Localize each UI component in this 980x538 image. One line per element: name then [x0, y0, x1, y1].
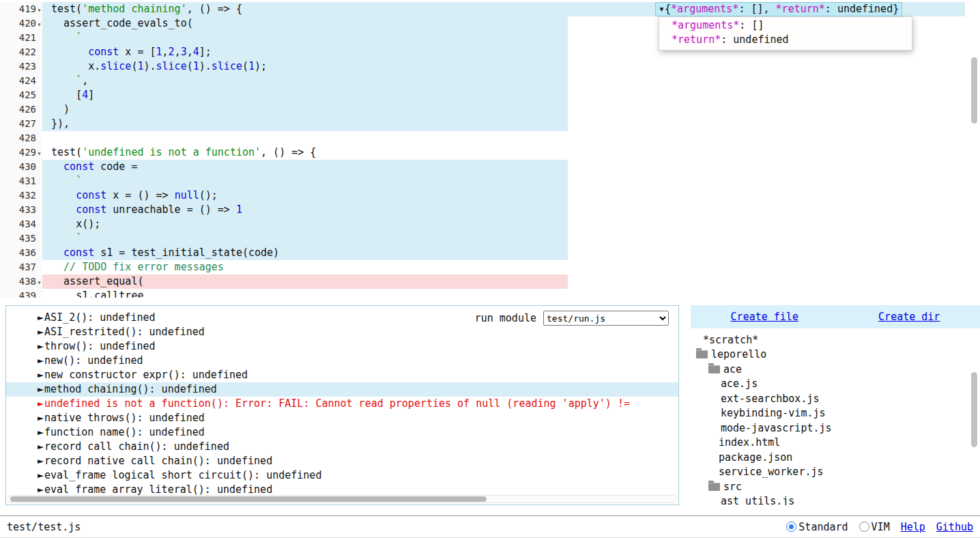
create-dir-button[interactable]: Create dir	[878, 311, 940, 323]
results-horizontal-scrollbar[interactable]	[8, 495, 677, 503]
code-line-content[interactable]: x.slice(1).slice(1).slice(1);	[42, 59, 568, 74]
line-number: 426	[0, 102, 42, 117]
result-row[interactable]: ►native throws(): undefined	[6, 411, 678, 425]
expand-icon[interactable]: ►	[38, 354, 44, 367]
expand-icon[interactable]: ►	[38, 455, 44, 467]
code-line: 434 x();	[0, 217, 980, 231]
expand-icon[interactable]: ►	[38, 483, 44, 496]
code-line-content[interactable]: s1.calltree	[42, 289, 143, 298]
code-line: 429▾test('undefined is not a function', …	[0, 145, 980, 160]
expand-icon[interactable]: ►	[38, 383, 44, 395]
files-scrollbar-thumb[interactable]	[971, 372, 977, 447]
code-line-content[interactable]: `	[42, 31, 568, 45]
result-row[interactable]: ►eval_frame logical short circuit(): und…	[6, 468, 678, 483]
code-token: ).	[143, 60, 156, 72]
code-token: s1 = test_initial_state(code)	[94, 246, 279, 259]
expand-icon[interactable]: ►	[38, 412, 44, 424]
tree-item-service-worker-js[interactable]: service_worker.js	[691, 465, 980, 480]
result-row[interactable]: ►record native call chain(): undefined	[6, 454, 678, 468]
status-bar: test/test.js Standard VIM Help Github	[0, 515, 980, 538]
tree-item-scratch[interactable]: *scratch*	[691, 332, 980, 348]
line-number: 434	[0, 217, 42, 231]
github-link[interactable]: Github	[936, 521, 973, 533]
editor-scrollbar-thumb[interactable]	[971, 57, 977, 124]
code-token: )	[63, 103, 70, 115]
help-link[interactable]: Help	[901, 521, 925, 533]
result-row[interactable]: ►throw(): undefined	[6, 339, 678, 354]
fold-icon[interactable]: ▾	[36, 3, 42, 17]
code-line-content[interactable]: assert_equal(	[42, 274, 568, 289]
tree-item-src[interactable]: src	[691, 479, 980, 494]
tree-item-ace-js[interactable]: ace.js	[691, 377, 980, 392]
result-row[interactable]: ►record call chain(): undefined	[6, 440, 678, 454]
radio-selected-icon[interactable]	[786, 522, 796, 532]
code-line-content[interactable]: // TODO fix error messages	[42, 260, 224, 274]
tree-item-ast-utils-js[interactable]: ast_utils.js	[691, 494, 980, 506]
code-line-content[interactable]: test('undefined is not a function', () =…	[42, 145, 316, 160]
code-token: 1	[156, 46, 162, 58]
radio-unselected-icon[interactable]	[859, 522, 869, 532]
current-file-path: test/test.js	[7, 521, 81, 533]
code-line-content[interactable]	[42, 131, 51, 145]
result-row[interactable]: ►undefined is not a function(): Error: F…	[6, 397, 678, 411]
code-line-content[interactable]: `,	[42, 74, 568, 88]
code-token: ,	[82, 74, 88, 87]
line-number: 431	[0, 174, 42, 188]
code-line-content[interactable]: [4]	[42, 88, 568, 102]
code-line-content[interactable]: const x = () => null();	[42, 188, 568, 203]
expand-icon[interactable]: ►	[38, 369, 44, 381]
tree-item-package-json[interactable]: package.json	[691, 450, 980, 465]
tree-item-index-html[interactable]: index.html	[691, 436, 980, 451]
expand-icon[interactable]: ►	[38, 340, 44, 352]
expand-icon[interactable]: ►	[38, 426, 44, 438]
tree-item-mode-javascript-js[interactable]: mode-javascript.js	[691, 421, 980, 436]
code-line-content[interactable]: }),	[42, 117, 568, 131]
code-token: 4	[82, 89, 88, 101]
tree-item-label: ast_utils.js	[721, 495, 794, 505]
code-token: 4	[193, 46, 199, 58]
code-line-content[interactable]: )	[42, 102, 568, 117]
code-line-content[interactable]: `	[42, 231, 568, 246]
fold-icon[interactable]: ▾	[36, 275, 42, 289]
tree-item-label: src	[723, 481, 742, 493]
create-file-button[interactable]: Create file	[731, 311, 798, 323]
code-line-content[interactable]: x();	[42, 217, 568, 231]
expand-icon[interactable]: ►	[38, 440, 44, 453]
keybinding-vim-option[interactable]: VIM	[859, 521, 890, 533]
code-token: ,	[175, 46, 181, 58]
result-label: record native call chain(): undefined	[44, 455, 272, 467]
expand-icon[interactable]: ►	[38, 469, 44, 481]
tree-item-ext-searchbox-js[interactable]: ext-searchbox.js	[691, 391, 980, 406]
result-row[interactable]: ►new constructor expr(): undefined	[6, 368, 678, 382]
tooltip-token: *arguments*	[671, 3, 738, 15]
keybinding-standard-option[interactable]: Standard	[786, 521, 848, 533]
code-line-content[interactable]: const s1 = test_initial_state(code)	[42, 246, 568, 260]
result-row[interactable]: ►function name(): undefined	[6, 425, 678, 440]
results-scrollbar-thumb[interactable]	[10, 496, 487, 502]
tree-item-ace[interactable]: ace	[691, 362, 980, 377]
run-module-select[interactable]: test/run.js	[543, 311, 669, 326]
expand-icon[interactable]: ►	[38, 311, 44, 324]
code-line-content[interactable]: `	[42, 174, 568, 188]
code-token: 1	[248, 60, 255, 72]
expand-icon[interactable]: ►	[38, 397, 44, 410]
line-number: 433	[0, 203, 42, 217]
fold-icon[interactable]: ▾	[36, 17, 42, 31]
eval-result-box: *arguments*: []*return*: undefined	[659, 16, 912, 51]
result-row[interactable]: ►new(): undefined	[6, 354, 678, 368]
tree-item-keybinding-vim-js[interactable]: keybinding-vim.js	[691, 406, 980, 421]
run-module-label: run module	[475, 312, 536, 324]
result-row[interactable]: ►method chaining(): undefined	[6, 382, 678, 397]
fold-icon[interactable]: ▾	[36, 146, 42, 160]
code-token: assert_code_evals_to(	[63, 17, 193, 29]
code-line-content[interactable]: assert_code_evals_to(	[42, 16, 568, 31]
code-token: const	[76, 203, 106, 216]
expand-icon[interactable]: ►	[38, 326, 44, 338]
code-token: ();	[199, 189, 218, 201]
result-row[interactable]: ►ASI_restrited(): undefined	[6, 325, 678, 339]
tree-item-leporello[interactable]: leporello	[691, 348, 980, 363]
code-line-content[interactable]: const code =	[42, 160, 568, 174]
code-line-content[interactable]: const x = [1,2,3,4];	[42, 45, 568, 59]
eval-result-header[interactable]: ▾{*arguments*: [], *return*: undefined}	[655, 2, 902, 16]
code-line-content[interactable]: const unreachable = () => 1	[42, 203, 568, 217]
